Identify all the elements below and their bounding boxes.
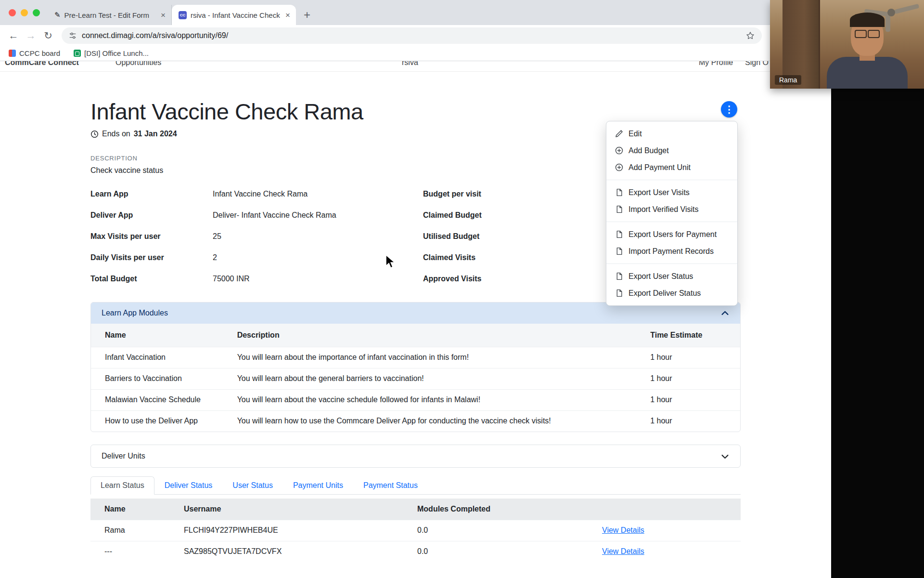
pencil-icon: [615, 130, 623, 138]
menu-item-add-budget[interactable]: Add Budget: [606, 142, 737, 159]
browser-tab-opportunity[interactable]: CC rsiva - Infant Vaccine Check R ×: [172, 5, 296, 25]
menu-item-label: Export Deliver Status: [629, 289, 701, 298]
menu-item-import-verified-visits[interactable]: Import Verified Visits: [606, 201, 737, 218]
ellipsis-icon: ⋮: [724, 104, 734, 115]
screen: ✎ Pre-Learn Test - Edit Form × CC rsiva …: [0, 0, 924, 578]
module-row: Barriers to Vaccination You will learn a…: [91, 368, 740, 389]
menu-divider: [606, 263, 737, 264]
modules-table-header-row: Name Description Time Estimate: [91, 324, 740, 347]
commcare-favicon: CC: [179, 11, 187, 19]
learn-app-modules-card: Learn App Modules Name Description Time …: [90, 302, 741, 432]
video-call-overlay[interactable]: Rama: [770, 0, 924, 89]
nav-link-my-profile[interactable]: My Profile: [699, 61, 733, 72]
chevron-up-icon: [720, 309, 730, 318]
view-details-link[interactable]: View Details: [602, 526, 644, 534]
address-bar[interactable]: connect.dimagi.com/a/rsiva/opportunity/6…: [62, 27, 762, 44]
menu-divider: [606, 222, 737, 222]
menu-item-import-payment-records[interactable]: Import Payment Records: [606, 243, 737, 260]
module-description: You will learn how to use the Commcare D…: [237, 410, 651, 432]
new-tab-button[interactable]: +: [299, 7, 315, 23]
detail-value: 25: [213, 232, 423, 241]
tab-payment-units[interactable]: Payment Units: [283, 476, 353, 495]
detail-value: Deliver- Infant Vaccine Check Rama: [213, 211, 423, 220]
actions-dropdown-menu: Edit Add Budget Add Payment Unit Export …: [606, 121, 738, 306]
detail-label: Approved Visits: [423, 275, 545, 283]
module-name: Infant Vaccination: [91, 347, 237, 368]
menu-item-export-user-visits[interactable]: Export User Visits: [606, 184, 737, 201]
detail-label: Budget per visit: [423, 190, 545, 198]
status-tabs: Learn Status Deliver Status User Status …: [90, 476, 741, 495]
detail-label: Daily Visits per user: [90, 253, 213, 262]
detail-label: Total Budget: [90, 275, 213, 283]
detail-value: 75000 INR: [213, 275, 423, 283]
site-navbar: CommCare Connect Opportunities rsiva My …: [0, 61, 831, 72]
column-header-time-estimate: Time Estimate: [650, 324, 740, 347]
back-button[interactable]: ←: [6, 28, 21, 43]
status-table-header-row: Name Username Modules Completed: [90, 499, 741, 520]
tab-user-status[interactable]: User Status: [222, 476, 283, 495]
menu-item-export-users-for-payment[interactable]: Export Users for Payment: [606, 226, 737, 243]
zoom-window-button[interactable]: [33, 9, 40, 16]
menu-item-add-payment-unit[interactable]: Add Payment Unit: [606, 159, 737, 176]
ends-on-date: 31 Jan 2024: [134, 130, 177, 138]
close-window-button[interactable]: [9, 9, 16, 16]
module-row: Infant Vaccination You will learn about …: [91, 347, 740, 368]
ends-on-label: Ends on: [102, 130, 130, 138]
site-info-icon[interactable]: [68, 31, 77, 40]
module-name: Barriers to Vaccination: [91, 368, 237, 389]
learn-status-table: Name Username Modules Completed Rama FLC…: [90, 499, 741, 562]
nav-org-name: rsiva: [402, 61, 418, 72]
module-name: How to use the Deliver App: [91, 410, 237, 432]
bookmark-office-lunch[interactable]: [DSI] Office Lunch...: [74, 49, 149, 57]
column-header-username: Username: [184, 499, 417, 520]
tab-payment-status[interactable]: Payment Status: [353, 476, 428, 495]
file-icon: [615, 205, 623, 213]
view-details-link[interactable]: View Details: [602, 547, 644, 555]
menu-item-export-deliver-status[interactable]: Export Deliver Status: [606, 285, 737, 302]
browser-tab-prelearn[interactable]: ✎ Pre-Learn Test - Edit Form ×: [48, 5, 172, 25]
menu-item-label: Export User Status: [629, 272, 693, 281]
menu-item-label: Import Verified Visits: [629, 205, 699, 214]
file-icon: [615, 230, 623, 238]
bookmark-star-icon[interactable]: [745, 31, 755, 40]
tab-close-icon[interactable]: ×: [161, 11, 166, 19]
detail-label: Deliver App: [90, 211, 213, 220]
tab-close-icon[interactable]: ×: [285, 11, 290, 19]
nav-brand[interactable]: CommCare Connect: [5, 61, 79, 72]
nav-link-opportunities[interactable]: Opportunities: [116, 61, 161, 72]
tab-title: rsiva - Infant Vaccine Check R: [191, 11, 282, 19]
menu-item-label: Import Payment Records: [629, 247, 714, 256]
menu-item-edit[interactable]: Edit: [606, 125, 737, 142]
menu-divider: [606, 180, 737, 180]
module-name: Malawian Vaccine Schedule: [91, 389, 237, 410]
bookmark-label: [DSI] Office Lunch...: [84, 49, 149, 57]
minimize-window-button[interactable]: [21, 9, 28, 16]
module-time: 1 hour: [650, 410, 740, 432]
tab-deliver-status[interactable]: Deliver Status: [154, 476, 223, 495]
forward-button[interactable]: →: [23, 28, 38, 43]
deliver-units-label: Deliver Units: [102, 452, 145, 460]
menu-item-export-user-status[interactable]: Export User Status: [606, 268, 737, 285]
tab-learn-status[interactable]: Learn Status: [90, 476, 154, 495]
file-icon: [615, 289, 623, 297]
file-icon: [615, 247, 623, 255]
module-description: You will learn about the vaccine schedul…: [237, 389, 651, 410]
bookmark-ccpc-board[interactable]: CCPC board: [9, 49, 60, 57]
module-description: You will learn about the importance of i…: [237, 347, 651, 368]
mouse-cursor: [385, 254, 398, 269]
actions-menu-button[interactable]: ⋮: [721, 101, 737, 118]
participant-name-label: Rama: [775, 75, 801, 85]
user-modules-completed: 0.0: [417, 541, 602, 562]
module-time: 1 hour: [650, 368, 740, 389]
window-controls: [0, 0, 48, 25]
pencil-favicon: ✎: [54, 11, 61, 19]
browser-window: ✎ Pre-Learn Test - Edit Form × CC rsiva …: [0, 0, 831, 578]
tab-strip: ✎ Pre-Learn Test - Edit Form × CC rsiva …: [0, 0, 831, 25]
url-text: connect.dimagi.com/a/rsiva/opportunity/6…: [82, 31, 741, 40]
module-row: How to use the Deliver App You will lear…: [91, 410, 740, 432]
nav-link-sign-out[interactable]: Sign O: [745, 61, 769, 72]
reload-button[interactable]: ↻: [40, 28, 56, 43]
deliver-units-header[interactable]: Deliver Units: [90, 445, 741, 468]
chevron-down-icon: [720, 452, 730, 461]
user-username: FLCHI94Y227PIWHEB4UE: [184, 520, 417, 541]
